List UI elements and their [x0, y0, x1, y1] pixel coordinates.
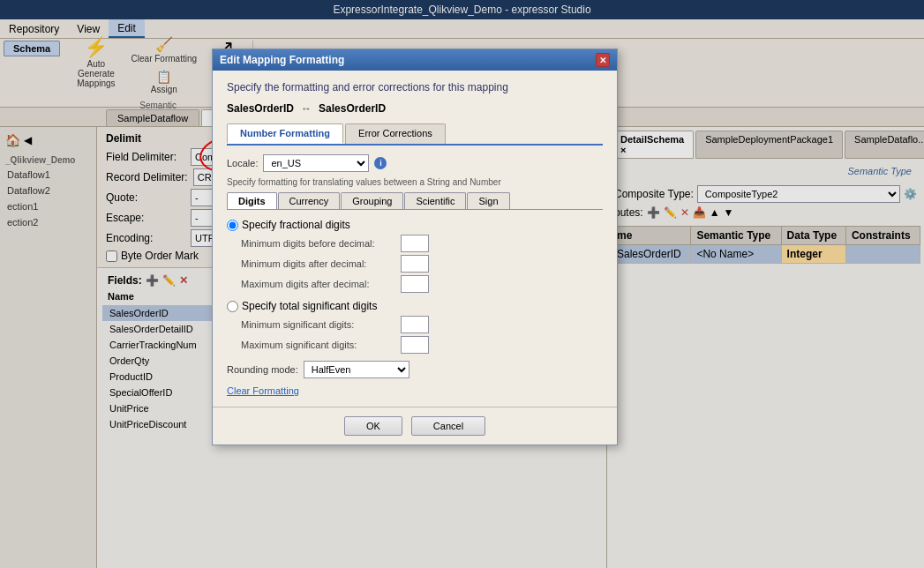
subtab-sign[interactable]: Sign — [467, 192, 509, 209]
ok-button[interactable]: OK — [344, 416, 402, 436]
subtab-currency[interactable]: Currency — [278, 192, 341, 209]
min-before-decimal-input[interactable] — [401, 235, 429, 252]
mapping-to: SalesOrderID — [319, 102, 386, 115]
significant-label-text: Specify total significant digits — [242, 300, 377, 312]
cancel-button[interactable]: Cancel — [411, 416, 485, 436]
max-significant-row: Maximum significant digits: — [227, 336, 603, 354]
min-before-decimal-label: Minimum digits before decimal: — [241, 238, 395, 249]
min-significant-input[interactable] — [401, 316, 429, 333]
fractional-group: Specify fractional digits Minimum digits… — [227, 219, 603, 293]
min-significant-label: Minimum significant digits: — [241, 319, 395, 330]
min-after-decimal-row: Minimum digits after decimal: — [227, 255, 603, 273]
sub-tabs: Digits Currency Grouping Scientific Sign — [227, 192, 603, 210]
modal-subtitle: Specify the formatting and error correct… — [227, 81, 603, 93]
edit-mapping-modal: Edit Mapping Formatting ✕ Specify the fo… — [212, 49, 618, 445]
modal-close-button[interactable]: ✕ — [596, 53, 610, 67]
fractional-radio-label[interactable]: Specify fractional digits — [227, 219, 603, 231]
modal-footer: OK Cancel — [213, 407, 617, 445]
max-after-decimal-row: Maximum digits after decimal: — [227, 275, 603, 293]
mapping-from: SalesOrderID — [227, 102, 294, 115]
format-description: Specify formatting for translating value… — [227, 177, 603, 187]
tab-error-corrections[interactable]: Error Corrections — [345, 123, 446, 144]
max-significant-label: Maximum significant digits: — [241, 340, 395, 350]
max-after-decimal-input[interactable] — [401, 275, 429, 293]
clear-formatting-link[interactable]: Clear Formatting — [227, 385, 603, 396]
subtab-digits[interactable]: Digits — [227, 192, 277, 209]
significant-radio[interactable] — [227, 301, 238, 312]
fractional-radio[interactable] — [227, 220, 238, 231]
modal-body: Specify the formatting and error correct… — [213, 71, 617, 407]
min-after-decimal-label: Minimum digits after decimal: — [241, 258, 395, 269]
modal-title: Edit Mapping Formatting — [220, 54, 344, 66]
fractional-label-text: Specify fractional digits — [242, 219, 350, 231]
max-significant-input[interactable] — [401, 336, 429, 354]
modal-mapping: SalesOrderID ↔ SalesOrderID — [227, 102, 603, 115]
locale-label: Locale: — [227, 158, 258, 168]
subtab-scientific[interactable]: Scientific — [404, 192, 466, 209]
locale-select[interactable]: en_US en_GB de_DE fr_FR — [263, 154, 369, 172]
rounding-label: Rounding mode: — [227, 364, 298, 375]
mapping-arrow-icon: ↔ — [301, 102, 312, 115]
min-significant-row: Minimum significant digits: — [227, 316, 603, 333]
max-after-decimal-label: Maximum digits after decimal: — [241, 279, 395, 289]
tab-number-formatting[interactable]: Number Formatting — [227, 123, 343, 144]
significant-radio-label[interactable]: Specify total significant digits — [227, 300, 603, 312]
modal-titlebar: Edit Mapping Formatting ✕ — [213, 49, 617, 71]
inner-tabs: Number Formatting Error Corrections — [227, 123, 603, 146]
rounding-select[interactable]: HalfEven Up Down Ceiling Floor HalfUp Ha… — [304, 361, 409, 378]
rounding-row: Rounding mode: HalfEven Up Down Ceiling … — [227, 361, 603, 378]
subtab-grouping[interactable]: Grouping — [341, 192, 403, 209]
min-before-decimal-row: Minimum digits before decimal: — [227, 235, 603, 252]
significant-group: Specify total significant digits Minimum… — [227, 300, 603, 354]
min-after-decimal-input[interactable] — [401, 255, 429, 273]
info-icon[interactable]: i — [374, 157, 387, 169]
locale-row: Locale: en_US en_GB de_DE fr_FR i — [227, 154, 603, 172]
